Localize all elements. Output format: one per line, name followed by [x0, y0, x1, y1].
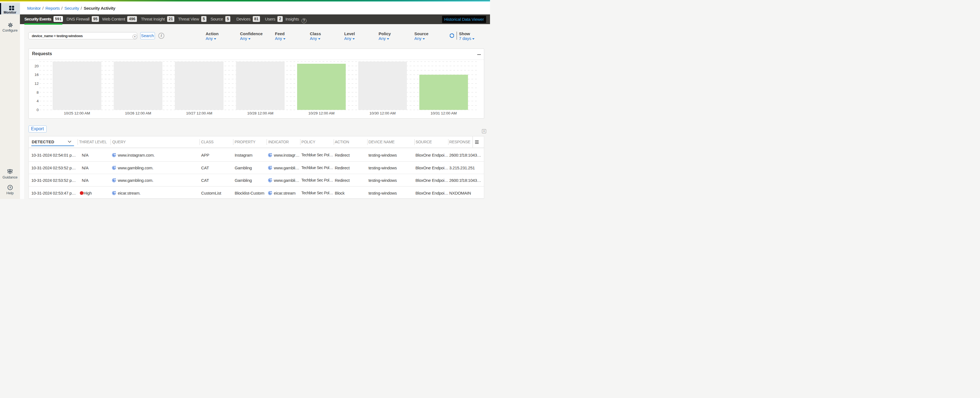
svg-text:10/29 12:00 AM: 10/29 12:00 AM	[308, 111, 334, 115]
svg-text:8: 8	[36, 90, 38, 94]
svg-text:20: 20	[34, 64, 38, 68]
svg-text:0: 0	[36, 108, 38, 112]
svg-text:10/26 12:00 AM: 10/26 12:00 AM	[125, 111, 151, 115]
svg-text:10/25 12:00 AM: 10/25 12:00 AM	[64, 111, 90, 115]
svg-text:?: ?	[9, 186, 11, 189]
svg-text:10/27 12:00 AM: 10/27 12:00 AM	[186, 111, 212, 115]
svg-text:12: 12	[34, 81, 38, 86]
svg-text:16: 16	[34, 73, 38, 77]
svg-text:10/31 12:00 AM: 10/31 12:00 AM	[430, 111, 457, 115]
svg-text:10/30 12:00 AM: 10/30 12:00 AM	[369, 111, 396, 115]
svg-text:10/28 12:00 AM: 10/28 12:00 AM	[247, 111, 273, 115]
svg-text:4: 4	[36, 99, 38, 103]
